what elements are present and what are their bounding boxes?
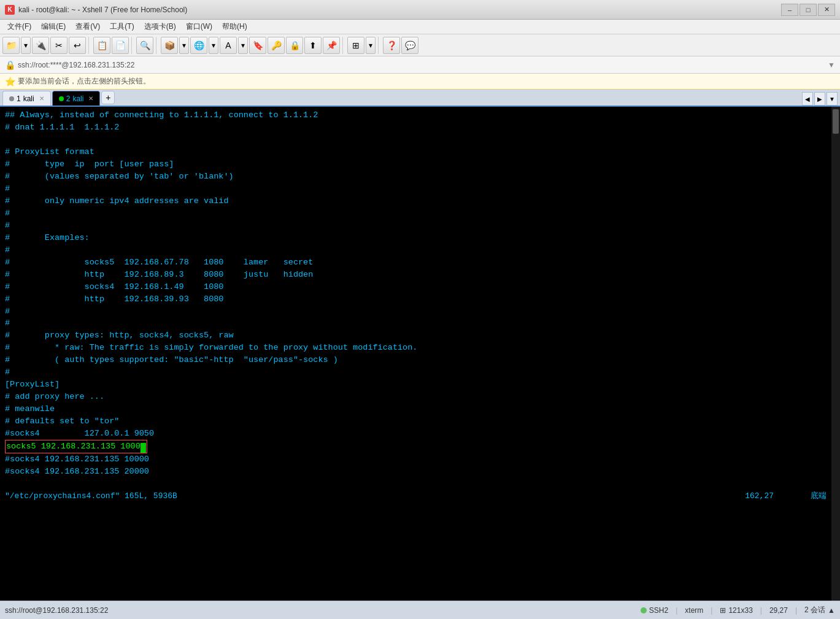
status-session-label: 2 会话: [804, 605, 825, 615]
terminal-wrapper: ## Always, instead of connecting to 1.1.…: [0, 107, 840, 601]
status-pos-label: 29,27: [769, 606, 788, 615]
app-icon: K: [5, 5, 15, 15]
tb-globe-dropdown[interactable]: ▾: [209, 37, 218, 54]
tb-lock-btn[interactable]: 🔒: [286, 37, 303, 54]
ssh-status-dot: [641, 607, 647, 613]
cursor: [141, 443, 146, 453]
address-bar: 🔒 ssh://root:****@192.168.231.135:22 ▼: [0, 56, 840, 74]
status-path-text: ssh://root@192.168.231.135:22: [5, 606, 108, 615]
tb-transfer-dropdown[interactable]: ▾: [179, 37, 189, 54]
tb-font-btn[interactable]: A: [220, 37, 237, 54]
status-size-label: 121x33: [728, 606, 752, 615]
tb-globe-btn[interactable]: 🌐: [190, 37, 207, 54]
tab-2-dot: [59, 96, 64, 101]
tb-key-btn[interactable]: 🔑: [268, 37, 285, 54]
window-title: kali - root@kali: ~ - Xshell 7 (Free for…: [18, 6, 187, 14]
tb-find-btn[interactable]: 🔍: [136, 37, 153, 54]
status-term: xterm: [685, 606, 703, 615]
info-bar: ⭐ 要添加当前会话，点击左侧的箭头按钮。: [0, 74, 840, 90]
tab-1-label: kali: [23, 94, 34, 103]
tb-pin-btn[interactable]: 📌: [323, 37, 340, 54]
tb-copy-btn[interactable]: 📋: [93, 37, 110, 54]
lock-icon: 🔒: [5, 60, 15, 70]
tb-layout-btn[interactable]: ⊞: [347, 37, 364, 54]
tab-next-button[interactable]: ▶: [814, 92, 825, 106]
menu-view[interactable]: 查看(V): [71, 20, 105, 33]
toolbar: 📁 ▾ 🔌 ✂ ↩ 📋 📄 🔍 📦 ▾ 🌐 ▾ A ▾ 🔖 🔑 🔒 ⬆ 📌 ⊞ …: [0, 34, 840, 56]
active-line: socks5 192.168.231.135 1000: [5, 440, 147, 453]
vim-file-info: "/etc/proxychains4.conf" 165L, 5936B: [5, 490, 177, 502]
terminal[interactable]: ## Always, instead of connecting to 1.1.…: [0, 107, 831, 601]
vertical-scrollbar[interactable]: [831, 107, 840, 601]
tab-2[interactable]: 2 kali ✕: [52, 91, 101, 106]
tab-1-dot: [9, 96, 14, 101]
title-bar: K kali - root@kali: ~ - Xshell 7 (Free f…: [0, 0, 840, 20]
tab-1-number: 1: [17, 94, 21, 103]
scrollbar-thumb[interactable]: [833, 109, 839, 134]
address-text: ssh://root:****@192.168.231.135:22: [18, 61, 134, 69]
vim-mode: 底端: [811, 490, 827, 502]
tb-font-dropdown[interactable]: ▾: [238, 37, 248, 54]
status-size: ⊞ 121x33: [720, 606, 752, 615]
info-text: 要添加当前会话，点击左侧的箭头按钮。: [18, 76, 150, 87]
close-button[interactable]: ✕: [818, 4, 835, 16]
tb-bookmark-btn[interactable]: 🔖: [249, 37, 266, 54]
tab-menu-button[interactable]: ▼: [827, 92, 838, 106]
tb-connect-btn[interactable]: 🔌: [32, 37, 49, 54]
tab-2-label: kali: [72, 94, 83, 103]
tab-prev-button[interactable]: ◀: [802, 92, 813, 106]
address-arrow-icon: ▼: [828, 61, 835, 69]
menu-file[interactable]: 文件(F): [2, 20, 36, 33]
maximize-button[interactable]: □: [800, 4, 817, 16]
tab-bar: 1 kali ✕ 2 kali ✕ + ◀ ▶ ▼: [0, 90, 840, 107]
menu-edit[interactable]: 编辑(E): [36, 20, 71, 33]
status-pos: 29,27: [769, 606, 788, 615]
status-size-icon: ⊞: [720, 606, 726, 615]
terminal-content: ## Always, instead of connecting to 1.1.…: [5, 109, 827, 502]
tab-add-button[interactable]: +: [101, 91, 115, 104]
window-controls: – □ ✕: [781, 4, 835, 16]
tb-reconnect-btn[interactable]: ↩: [69, 37, 86, 54]
star-icon: ⭐: [5, 77, 15, 87]
status-ssh-label: SSH2: [649, 606, 668, 615]
status-path: ssh://root@192.168.231.135:22: [5, 606, 108, 615]
tb-new-btn[interactable]: 📁: [2, 37, 20, 54]
tb-disconnect-btn[interactable]: ✂: [50, 37, 67, 54]
menu-bar: 文件(F) 编辑(E) 查看(V) 工具(T) 选项卡(B) 窗口(W) 帮助(…: [0, 20, 840, 34]
tb-new-dropdown[interactable]: ▾: [21, 37, 31, 54]
status-term-label: xterm: [685, 606, 703, 615]
tab-2-close[interactable]: ✕: [88, 95, 93, 102]
vim-pos: 162,27: [745, 490, 774, 502]
tb-transfer-btn[interactable]: 📦: [161, 37, 178, 54]
menu-tools[interactable]: 工具(T): [105, 20, 139, 33]
status-bar: ssh://root@192.168.231.135:22 SSH2 | xte…: [0, 601, 840, 619]
tb-help-btn[interactable]: ❓: [383, 37, 400, 54]
tab-2-number: 2: [66, 94, 71, 103]
session-arrow-icon: ▲: [828, 606, 835, 615]
tab-1[interactable]: 1 kali ✕: [2, 91, 51, 106]
minimize-button[interactable]: –: [781, 4, 798, 16]
tb-chat-btn[interactable]: 💬: [401, 37, 418, 54]
tb-paste-btn[interactable]: 📄: [112, 37, 129, 54]
tab-nav: ◀ ▶ ▼: [802, 92, 838, 106]
status-session: 2 会话 ▲: [804, 605, 835, 615]
menu-help[interactable]: 帮助(H): [217, 20, 252, 33]
tb-layout-dropdown[interactable]: ▾: [366, 37, 376, 54]
status-ssh: SSH2: [641, 606, 668, 615]
tb-upload-btn[interactable]: ⬆: [304, 37, 322, 54]
tab-1-close[interactable]: ✕: [39, 95, 44, 102]
menu-tabs[interactable]: 选项卡(B): [139, 20, 181, 33]
menu-window[interactable]: 窗口(W): [181, 20, 217, 33]
